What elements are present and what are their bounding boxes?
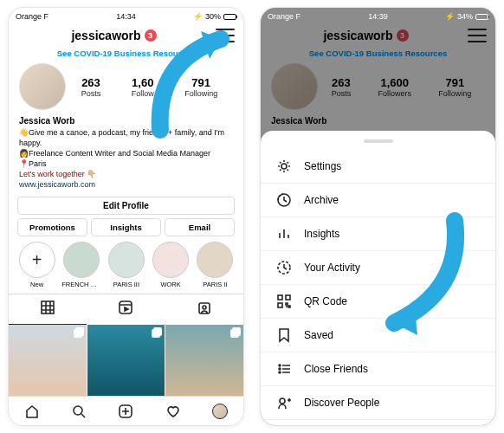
svg-line-10	[81, 414, 85, 417]
email-button[interactable]: Email	[165, 218, 235, 236]
svg-rect-22	[278, 303, 282, 307]
menu-item-archive[interactable]: Archive	[261, 184, 495, 217]
phone-right: Orange F 14:39 ⚡ 34% jessicaworb 3 See C…	[260, 7, 496, 426]
notification-badge: 3	[145, 29, 157, 42]
menu-sheet: SettingsArchiveInsightsYour ActivityQR C…	[261, 131, 495, 425]
clock: 14:34	[9, 12, 243, 21]
svg-point-27	[279, 372, 281, 373]
svg-point-9	[74, 406, 82, 415]
menu-item-insights[interactable]: Insights	[261, 217, 495, 251]
covid-resources-link[interactable]: See COVID-19 Business Resources	[9, 46, 243, 63]
activity-icon	[276, 260, 292, 275]
bio: Jessica Worb 👋Give me a canoe, a podcast…	[9, 113, 243, 195]
svg-point-23	[279, 365, 281, 366]
menu-item-label: QR Code	[304, 295, 347, 307]
stat-followers[interactable]: 1,60Follow	[132, 76, 154, 98]
status-bar: Orange F 14:34 ⚡ 30%	[9, 8, 243, 23]
reels-icon	[118, 300, 133, 315]
home-icon[interactable]	[24, 404, 40, 419]
menu-item-activity[interactable]: Your Activity	[261, 251, 495, 285]
highlight-item[interactable]: PARIS II	[196, 242, 235, 288]
activity-icon[interactable]	[165, 404, 181, 419]
menu-item-settings[interactable]: Settings	[261, 150, 495, 184]
menu-item-qrcode[interactable]: QR Code	[261, 285, 495, 319]
post-thumbnail[interactable]	[165, 325, 243, 403]
edit-profile-button[interactable]: Edit Profile	[17, 197, 235, 215]
carousel-icon	[75, 327, 84, 336]
avatar[interactable]	[19, 63, 66, 110]
battery-icon	[475, 14, 488, 20]
saved-icon	[276, 327, 292, 343]
content-tabs	[9, 294, 243, 325]
carousel-icon	[153, 327, 162, 336]
closefriends-icon	[276, 361, 292, 377]
highlight-item[interactable]: FRENCH RI…	[61, 242, 101, 288]
highlight-item[interactable]: WORK	[152, 242, 191, 288]
status-bar: Orange F 14:39 ⚡ 34%	[261, 8, 495, 23]
settings-icon	[276, 158, 292, 174]
clock: 14:39	[261, 12, 495, 21]
post-thumbnail[interactable]	[9, 325, 87, 403]
tagged-tab[interactable]	[165, 294, 243, 325]
svg-rect-21	[286, 295, 290, 300]
bottom-nav	[9, 396, 243, 425]
username-header[interactable]: jessicaworb 3	[71, 29, 156, 42]
svg-point-8	[203, 306, 206, 309]
bio-url[interactable]: www.jessicaworb.com	[19, 180, 95, 189]
highlight-item[interactable]: +New	[17, 242, 56, 288]
svg-rect-0	[42, 301, 54, 313]
create-icon[interactable]	[118, 404, 133, 419]
menu-item-label: Your Activity	[304, 262, 360, 274]
stat-posts[interactable]: 263Posts	[81, 76, 101, 98]
archive-icon	[276, 192, 292, 208]
reels-tab[interactable]	[87, 294, 165, 325]
phone-left: Orange F 14:34 ⚡ 30% jessicaworb 3 See C…	[8, 7, 244, 426]
promotions-button[interactable]: Promotions	[17, 218, 87, 236]
post-thumbnail[interactable]	[87, 325, 165, 403]
insights-icon	[276, 226, 292, 242]
battery-icon	[223, 14, 236, 20]
menu-item-label: Settings	[304, 160, 341, 172]
svg-point-14	[281, 164, 287, 169]
stat-following[interactable]: 791Following	[184, 76, 217, 98]
menu-item-discover[interactable]: Discover People	[261, 386, 495, 420]
highlight-item[interactable]: PARIS III	[107, 242, 145, 288]
svg-rect-20	[278, 295, 282, 300]
highlights-row[interactable]: +NewFRENCH RI…PARIS IIIWORKPARIS II	[9, 242, 243, 294]
svg-point-29	[280, 398, 285, 404]
discover-icon	[276, 395, 292, 410]
search-icon[interactable]	[71, 404, 87, 419]
profile-nav-avatar[interactable]	[212, 404, 228, 419]
menu-item-closefriends[interactable]: Close Friends	[261, 352, 495, 386]
tagged-icon	[197, 300, 212, 315]
new-highlight-icon: +	[19, 242, 55, 278]
menu-item-label: Insights	[304, 228, 339, 240]
menu-item-saved[interactable]: Saved	[261, 319, 495, 352]
qrcode-icon	[276, 294, 292, 309]
insights-button[interactable]: Insights	[91, 218, 161, 236]
menu-item-label: Close Friends	[304, 363, 368, 375]
menu-item-label: Discover People	[304, 397, 379, 409]
grid-icon	[40, 300, 55, 315]
sheet-handle[interactable]	[364, 139, 393, 143]
posts-grid	[9, 325, 243, 403]
menu-item-label: Saved	[304, 329, 333, 341]
svg-rect-7	[199, 303, 210, 313]
svg-point-25	[279, 368, 281, 370]
grid-tab[interactable]	[9, 294, 87, 325]
carousel-icon	[232, 327, 241, 336]
menu-item-label: Archive	[304, 194, 339, 206]
menu-button[interactable]	[216, 29, 235, 42]
